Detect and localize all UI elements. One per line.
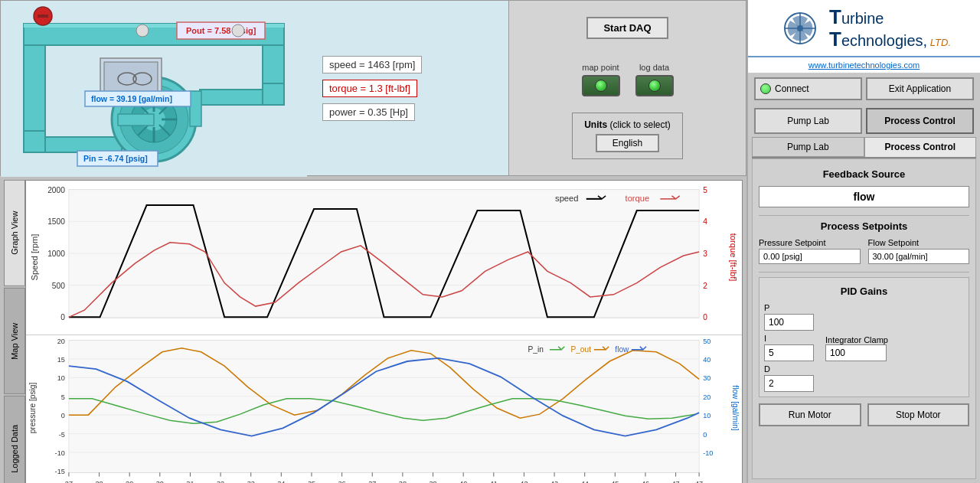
flow-setpoint-input[interactable] bbox=[868, 249, 970, 264]
svg-text:torque: torque bbox=[626, 194, 650, 203]
i-label: I bbox=[764, 334, 814, 343]
svg-text:P_out: P_out bbox=[570, 345, 591, 354]
svg-text:37: 37 bbox=[368, 480, 376, 483]
power-reading: power = 0.35 [Hp] bbox=[322, 103, 415, 121]
svg-text:30: 30 bbox=[156, 480, 164, 483]
feedback-value-display: flow bbox=[759, 186, 969, 207]
i-input[interactable] bbox=[764, 344, 814, 361]
integrator-clamp-label: Integrator Clamp bbox=[825, 335, 964, 344]
svg-text:1000: 1000 bbox=[47, 250, 65, 258]
svg-text:pressure [psig]: pressure [psig] bbox=[28, 383, 37, 434]
svg-rect-10 bbox=[200, 90, 263, 105]
svg-text:41: 41 bbox=[490, 480, 498, 483]
tab-pump-lab[interactable]: Pump Lab bbox=[752, 137, 864, 157]
exit-application-button[interactable]: Exit Application bbox=[866, 77, 974, 100]
svg-text:45: 45 bbox=[611, 480, 619, 483]
svg-text:flow [gal/min]: flow [gal/min] bbox=[731, 386, 740, 431]
run-motor-button[interactable]: Run Motor bbox=[759, 403, 861, 426]
svg-text:5: 5 bbox=[703, 186, 707, 194]
svg-text:torque [ft-lbf]: torque [ft-lbf] bbox=[729, 233, 738, 282]
svg-text:speed: speed bbox=[555, 194, 578, 203]
svg-text:10: 10 bbox=[703, 412, 710, 419]
svg-text:40: 40 bbox=[459, 480, 467, 483]
feedback-source-title: Feedback Source bbox=[759, 168, 969, 180]
svg-text:-15: -15 bbox=[55, 468, 65, 476]
svg-text:2: 2 bbox=[703, 282, 707, 290]
torque-reading: torque = 1.3 [ft-lbf] bbox=[322, 80, 417, 97]
svg-text:35: 35 bbox=[308, 480, 315, 483]
svg-rect-4 bbox=[38, 15, 48, 18]
svg-rect-7 bbox=[24, 131, 45, 152]
units-english-button[interactable]: English bbox=[596, 134, 659, 152]
svg-text:40: 40 bbox=[703, 356, 710, 364]
connect-led bbox=[760, 83, 771, 94]
svg-text:3: 3 bbox=[703, 250, 707, 258]
stop-motor-button[interactable]: Stop Motor bbox=[867, 403, 970, 426]
svg-rect-5 bbox=[24, 45, 45, 137]
tab-process-control[interactable]: Process Control bbox=[864, 137, 977, 157]
map-point-led bbox=[595, 80, 607, 92]
svg-rect-29 bbox=[190, 91, 201, 126]
svg-text:30: 30 bbox=[703, 375, 710, 383]
p-input[interactable] bbox=[764, 314, 814, 331]
svg-text:4: 4 bbox=[703, 217, 707, 226]
svg-text:33: 33 bbox=[247, 480, 255, 483]
log-data-led bbox=[648, 80, 661, 92]
svg-text:27: 27 bbox=[65, 480, 73, 483]
svg-text:2000: 2000 bbox=[47, 186, 65, 194]
svg-text:-5: -5 bbox=[59, 431, 65, 439]
sidebar-tab-logged-data[interactable]: Logged Data bbox=[4, 396, 25, 483]
svg-text:46: 46 bbox=[642, 480, 649, 483]
d-label: D bbox=[764, 364, 814, 374]
svg-text:Pout = 7.58 [psig]: Pout = 7.58 [psig] bbox=[186, 26, 256, 35]
svg-text:0: 0 bbox=[60, 313, 65, 321]
svg-text:-10: -10 bbox=[703, 449, 713, 457]
svg-point-137 bbox=[797, 25, 803, 31]
svg-text:-10: -10 bbox=[55, 449, 65, 457]
start-daq-button[interactable]: Start DAQ bbox=[586, 17, 668, 39]
svg-text:flow = 39.19 [gal/min]: flow = 39.19 [gal/min] bbox=[91, 94, 172, 103]
pressure-setpoint-label: Pressure Setpoint bbox=[759, 238, 861, 247]
svg-text:38: 38 bbox=[399, 480, 407, 483]
pump-lab-nav-button[interactable]: Pump Lab bbox=[754, 108, 862, 134]
svg-text:32: 32 bbox=[217, 480, 224, 483]
flow-setpoint-label: Flow Setpoint bbox=[868, 238, 970, 247]
svg-text:Speed [rpm]: Speed [rpm] bbox=[30, 234, 39, 281]
sidebar-tab-graph-view[interactable]: Graph View bbox=[4, 180, 25, 286]
svg-text:47: 47 bbox=[695, 480, 703, 483]
d-input[interactable] bbox=[764, 375, 814, 392]
logo-area: Turbine Technologies, LTD. bbox=[748, 0, 980, 57]
map-point-button[interactable] bbox=[582, 75, 620, 96]
svg-text:15: 15 bbox=[57, 356, 65, 364]
connect-button[interactable]: Connect bbox=[754, 77, 862, 100]
svg-rect-9 bbox=[263, 83, 284, 105]
svg-text:43: 43 bbox=[550, 480, 558, 483]
svg-text:flow: flow bbox=[615, 345, 629, 354]
process-control-nav-button[interactable]: Process Control bbox=[866, 108, 974, 134]
pressure-setpoint-input[interactable] bbox=[759, 249, 861, 264]
svg-text:10: 10 bbox=[57, 375, 65, 383]
svg-text:36: 36 bbox=[338, 480, 346, 483]
log-data-label: log data bbox=[639, 63, 669, 72]
svg-rect-28 bbox=[118, 114, 154, 126]
svg-text:39: 39 bbox=[429, 480, 436, 483]
svg-text:P_in: P_in bbox=[528, 345, 544, 354]
website-link[interactable]: www.turbinetechnologies.com bbox=[748, 57, 980, 73]
svg-text:20: 20 bbox=[57, 338, 65, 345]
svg-text:20: 20 bbox=[703, 393, 710, 401]
svg-rect-39 bbox=[69, 190, 699, 318]
svg-text:44: 44 bbox=[581, 480, 589, 483]
log-data-button[interactable] bbox=[635, 75, 674, 96]
svg-text:Pin =  -6.74 [psig]: Pin = -6.74 [psig] bbox=[83, 154, 148, 163]
svg-text:0: 0 bbox=[61, 412, 65, 419]
svg-text:31: 31 bbox=[186, 480, 194, 483]
speed-reading: speed = 1463 [rpm] bbox=[322, 56, 422, 73]
sidebar-tab-map-view[interactable]: Map View bbox=[4, 288, 25, 394]
integrator-clamp-input[interactable] bbox=[825, 344, 887, 361]
svg-text:0: 0 bbox=[703, 431, 707, 439]
svg-text:47: 47 bbox=[672, 480, 680, 483]
svg-text:28: 28 bbox=[95, 480, 103, 483]
pid-gains-title: PID Gains bbox=[764, 286, 964, 297]
svg-text:0: 0 bbox=[703, 313, 707, 321]
svg-text:1500: 1500 bbox=[47, 217, 65, 226]
